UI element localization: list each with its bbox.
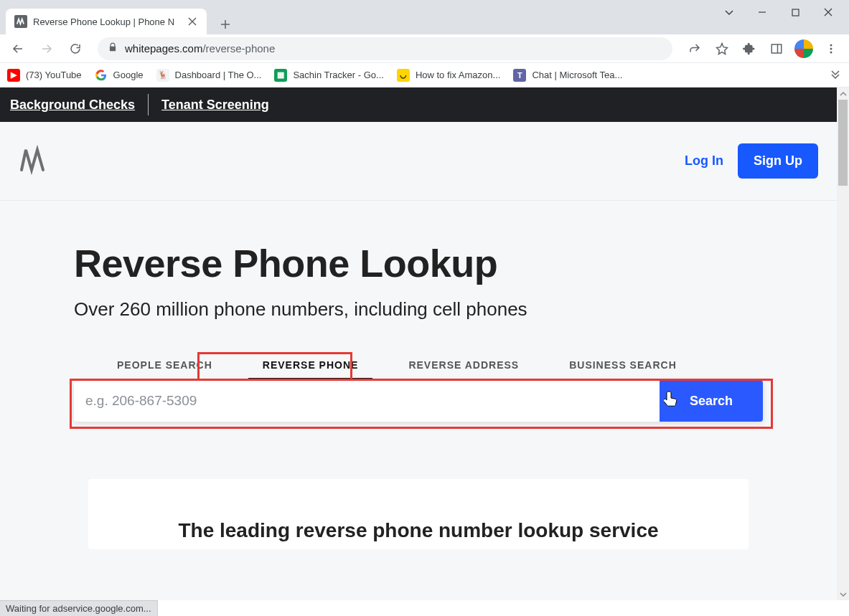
page-subtitle: Over 260 million phone numbers, includin… bbox=[74, 298, 763, 321]
minimize-button[interactable] bbox=[746, 1, 779, 23]
bookmark-sheet[interactable]: ▦ Sachin Tracker - Go... bbox=[274, 69, 383, 82]
header-actions: Log In Sign Up bbox=[685, 143, 818, 179]
titlebar: Reverse Phone Lookup | Phone N bbox=[0, 0, 849, 34]
reload-button[interactable] bbox=[63, 37, 88, 61]
browser-chrome: Reverse Phone Lookup | Phone N bbox=[0, 0, 849, 87]
window-controls bbox=[713, 1, 845, 23]
status-bar: Waiting for adservice.google.com... bbox=[0, 600, 158, 616]
generic-icon: 🦌 bbox=[156, 69, 169, 82]
tab-business-search[interactable]: BUSINESS SEARCH bbox=[555, 352, 691, 380]
tab-reverse-phone[interactable]: REVERSE PHONE bbox=[248, 352, 373, 380]
star-icon[interactable] bbox=[710, 37, 734, 61]
sheets-icon: ▦ bbox=[274, 69, 287, 82]
bookmark-teams[interactable]: T Chat | Microsoft Tea... bbox=[513, 69, 622, 82]
bookmark-label: Dashboard | The O... bbox=[175, 70, 262, 80]
bookmarks-bar: ▶ (73) YouTube Google 🦌 Dashboard | The … bbox=[0, 63, 849, 87]
browser-toolbar: whitepages.com/reverse-phone bbox=[0, 34, 849, 63]
tab-title: Reverse Phone Lookup | Phone N bbox=[33, 16, 181, 27]
tab-search-icon[interactable] bbox=[713, 1, 746, 23]
background-checks-link[interactable]: Background Checks bbox=[10, 98, 135, 113]
site-header: Log In Sign Up bbox=[0, 122, 837, 201]
status-text: Waiting for adservice.google.com... bbox=[6, 603, 151, 614]
dark-topbar: Background Checks Tenant Screening bbox=[0, 87, 837, 122]
bookmark-label: Google bbox=[113, 70, 144, 80]
google-icon bbox=[95, 69, 108, 82]
svg-rect-0 bbox=[792, 9, 799, 16]
url-text: whitepages.com/reverse-phone bbox=[125, 42, 275, 55]
bookmark-label: Chat | Microsoft Tea... bbox=[532, 70, 622, 80]
maximize-button[interactable] bbox=[779, 1, 812, 23]
svg-rect-1 bbox=[771, 44, 782, 53]
bookmark-label: (73) YouTube bbox=[26, 70, 82, 80]
tab-people-search[interactable]: PEOPLE SEARCH bbox=[103, 352, 227, 380]
search-tabs: PEOPLE SEARCH REVERSE PHONE REVERSE ADDR… bbox=[74, 352, 763, 380]
tab-close-icon[interactable] bbox=[187, 16, 198, 27]
tenant-screening-link[interactable]: Tenant Screening bbox=[161, 98, 269, 113]
search-button[interactable]: Search bbox=[660, 380, 763, 422]
page-title: Reverse Phone Lookup bbox=[74, 241, 763, 285]
card-heading: The leading reverse phone number lookup … bbox=[117, 519, 720, 542]
smile-icon: ◡ bbox=[397, 69, 410, 82]
scrollbar-thumb[interactable] bbox=[838, 100, 848, 186]
new-tab-button[interactable] bbox=[215, 14, 235, 34]
youtube-icon: ▶ bbox=[7, 69, 20, 82]
scrollbar-up-icon[interactable] bbox=[837, 87, 849, 100]
tabs-and-search-region: PEOPLE SEARCH REVERSE PHONE REVERSE ADDR… bbox=[74, 352, 763, 422]
scrollbar-down-icon[interactable] bbox=[837, 588, 849, 600]
forward-button bbox=[34, 37, 59, 61]
close-window-button[interactable] bbox=[812, 1, 845, 23]
bookmark-google[interactable]: Google bbox=[95, 69, 144, 82]
share-icon[interactable] bbox=[683, 37, 707, 61]
bookmark-label: How to fix Amazon... bbox=[416, 70, 501, 80]
tab-favicon bbox=[14, 15, 27, 28]
bookmark-youtube[interactable]: ▶ (73) YouTube bbox=[7, 69, 82, 82]
svg-point-2 bbox=[830, 44, 832, 46]
menu-icon[interactable] bbox=[819, 37, 843, 61]
tab-reverse-address[interactable]: REVERSE ADDRESS bbox=[394, 352, 533, 380]
browser-tab[interactable]: Reverse Phone Lookup | Phone N bbox=[6, 9, 207, 34]
whitepages-logo[interactable] bbox=[19, 144, 47, 179]
content-wrapper: Background Checks Tenant Screening Log I… bbox=[0, 87, 849, 600]
page-content: Background Checks Tenant Screening Log I… bbox=[0, 87, 837, 600]
vertical-scrollbar[interactable] bbox=[837, 87, 849, 600]
address-bar[interactable]: whitepages.com/reverse-phone bbox=[98, 37, 672, 60]
separator bbox=[148, 94, 149, 115]
phone-input[interactable] bbox=[74, 380, 660, 422]
bookmark-label: Sachin Tracker - Go... bbox=[293, 70, 383, 80]
svg-point-4 bbox=[830, 51, 832, 53]
signup-button[interactable]: Sign Up bbox=[738, 143, 818, 179]
profile-avatar[interactable] bbox=[792, 37, 816, 61]
bookmark-amazon[interactable]: ◡ How to fix Amazon... bbox=[397, 69, 501, 82]
info-card: The leading reverse phone number lookup … bbox=[88, 479, 749, 549]
login-link[interactable]: Log In bbox=[685, 153, 723, 169]
extensions-icon[interactable] bbox=[737, 37, 761, 61]
sidepanel-icon[interactable] bbox=[764, 37, 789, 61]
hero-section: Reverse Phone Lookup Over 260 million ph… bbox=[74, 201, 763, 549]
bookmark-dashboard[interactable]: 🦌 Dashboard | The O... bbox=[156, 69, 262, 82]
svg-point-3 bbox=[830, 47, 832, 49]
teams-icon: T bbox=[513, 69, 526, 82]
search-box: Search bbox=[74, 380, 763, 422]
lock-icon bbox=[108, 42, 118, 55]
bookmarks-overflow-icon[interactable] bbox=[830, 69, 840, 82]
back-button[interactable] bbox=[6, 37, 30, 61]
